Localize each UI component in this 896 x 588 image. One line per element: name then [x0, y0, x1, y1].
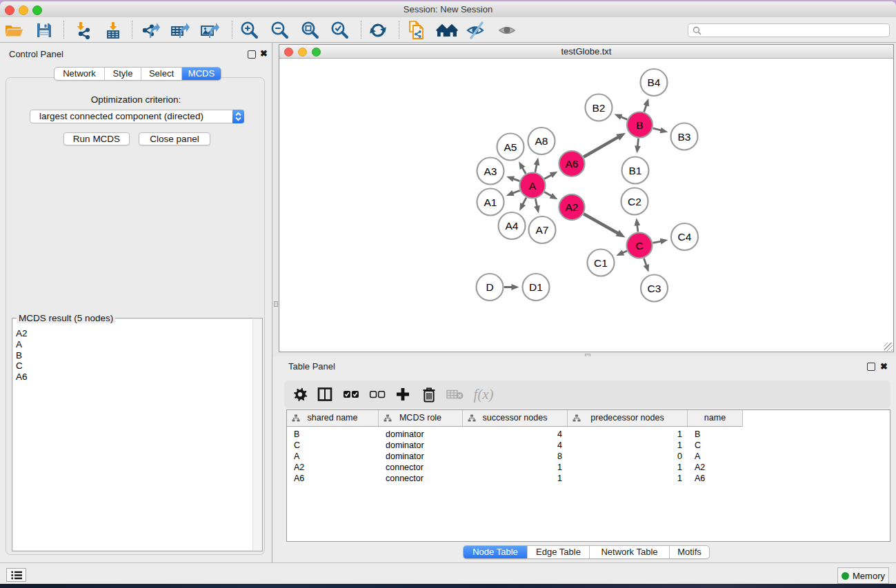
table-cell[interactable]: dominator	[386, 451, 424, 462]
main-toolbar	[0, 17, 896, 43]
table-cell[interactable]: connector	[386, 462, 424, 473]
delete-column-button[interactable]	[419, 384, 439, 405]
show-column-panel-button[interactable]	[315, 384, 335, 405]
export-image-button[interactable]	[199, 20, 221, 41]
import-table-button[interactable]	[102, 20, 124, 41]
function-builder-button[interactable]: f(x)	[470, 384, 497, 405]
open-file-button[interactable]	[3, 20, 25, 41]
export-table-button[interactable]	[169, 20, 191, 41]
table-options-button[interactable]	[290, 384, 310, 405]
create-column-button[interactable]	[392, 384, 413, 405]
hide-selected-button[interactable]	[466, 20, 488, 41]
table-cell[interactable]: 0	[568, 451, 682, 462]
import-network-button[interactable]	[72, 20, 94, 41]
new-network-from-selection-button[interactable]	[406, 20, 428, 41]
table-cell[interactable]: 1	[568, 429, 682, 440]
table-cell[interactable]: A2	[695, 462, 705, 473]
node-label-C2: C2	[628, 196, 641, 207]
edge-B-B3[interactable]	[653, 128, 662, 130]
table-cell[interactable]: 1	[463, 473, 562, 484]
edge-arrow-icon	[506, 176, 515, 181]
mcds-result-list[interactable]: A2ABCA6	[13, 319, 253, 550]
zoom-in-button[interactable]	[238, 20, 260, 41]
result-item[interactable]: A	[16, 339, 22, 349]
table-cell[interactable]: 1	[568, 473, 682, 484]
node-label-C: C	[635, 240, 643, 252]
result-scrollbar[interactable]	[252, 319, 261, 550]
edge-A6-B[interactable]	[584, 136, 619, 157]
network-canvas[interactable]: AA6A2BCA1A3A4A5A7A8B1B2B3B4C1C2C3C4DD1	[279, 59, 892, 351]
tab-network[interactable]: Network	[54, 68, 105, 80]
tab-select[interactable]: Select	[141, 68, 182, 80]
table-cell[interactable]: A2	[294, 462, 304, 473]
edge-A2-C[interactable]	[584, 214, 619, 234]
criterion-dropdown[interactable]: largest connected component (directed)	[30, 110, 244, 123]
table-panel-float-icon[interactable]	[867, 363, 875, 371]
first-neighbors-button[interactable]	[436, 20, 458, 41]
table-cell[interactable]: A	[294, 451, 299, 462]
memory-indicator[interactable]: Memory	[837, 567, 889, 584]
control-panel-close-icon[interactable]: ✖	[260, 49, 268, 59]
select-all-columns-button[interactable]	[341, 384, 361, 405]
trash-icon	[422, 387, 436, 403]
tab-motifs[interactable]: Motifs	[670, 546, 709, 558]
table-cell[interactable]: A6	[695, 473, 705, 484]
node-label-A5: A5	[504, 141, 517, 153]
column-header-shared-name[interactable]: shared name	[287, 410, 379, 427]
delete-table-button[interactable]	[445, 384, 466, 405]
control-panel-float-icon[interactable]	[248, 50, 256, 59]
task-history-button[interactable]	[6, 568, 26, 582]
table-cell[interactable]: 4	[463, 440, 562, 451]
column-header-successor-nodes[interactable]: successor nodes	[463, 410, 568, 427]
show-all-button[interactable]	[497, 20, 519, 41]
zoom-fit-button[interactable]	[299, 20, 321, 41]
table-cell[interactable]: 1	[463, 462, 562, 473]
table-toolbar: f(x)	[284, 381, 890, 408]
result-item[interactable]: B	[16, 350, 22, 361]
tab-edge-table[interactable]: Edge Table	[528, 546, 590, 558]
run-mcds-button[interactable]: Run MCDS	[63, 132, 130, 145]
table-cell[interactable]: B	[695, 429, 700, 440]
result-item[interactable]: A6	[16, 372, 28, 382]
result-item[interactable]: C	[16, 361, 23, 371]
table-cell[interactable]: 4	[463, 429, 562, 440]
table-cell[interactable]: 1	[568, 462, 682, 473]
export-network-button[interactable]	[139, 20, 161, 41]
apply-layout-button[interactable]	[367, 20, 389, 41]
close-panel-button[interactable]: Close panel	[139, 132, 210, 145]
table-cell[interactable]: C	[294, 440, 300, 451]
table-panel-close-icon[interactable]: ✖	[880, 362, 888, 372]
tab-node-table[interactable]: Node Table	[464, 546, 528, 558]
cytoscape-main-window: Session: New Session	[0, 1, 896, 584]
tab-style[interactable]: Style	[105, 68, 141, 80]
unselect-all-columns-button[interactable]	[367, 384, 388, 405]
node-table[interactable]: shared nameMCDS rolesuccessor nodesprede…	[286, 409, 890, 542]
table-cell[interactable]: dominator	[386, 440, 424, 451]
tab-mcds[interactable]: MCDS	[182, 68, 221, 80]
table-cell[interactable]: 8	[463, 451, 562, 462]
table-cell[interactable]: 1	[568, 440, 682, 451]
table-cell[interactable]: dominator	[386, 429, 424, 440]
delete-table-icon	[446, 389, 464, 400]
result-item[interactable]: A2	[16, 328, 28, 338]
table-cell[interactable]: A6	[294, 473, 304, 484]
edge-C-C4[interactable]	[653, 241, 661, 243]
save-session-button[interactable]	[33, 20, 55, 41]
column-header-MCDS-role[interactable]: MCDS role	[379, 410, 463, 427]
table-cell[interactable]: C	[695, 440, 701, 451]
window-resize-grip[interactable]	[884, 343, 893, 351]
search-input[interactable]	[688, 23, 890, 37]
zoom-out-button[interactable]	[268, 20, 290, 41]
splitter-grip[interactable]	[274, 301, 278, 307]
node-label-A1: A1	[484, 196, 497, 208]
table-cell[interactable]: A	[695, 451, 700, 462]
edge-arrow-icon	[519, 161, 525, 170]
table-cell[interactable]: connector	[386, 473, 424, 484]
table-cell[interactable]: B	[294, 429, 299, 440]
zoom-selected-button[interactable]	[328, 20, 350, 41]
column-header-predecessor-nodes[interactable]: predecessor nodes	[568, 410, 688, 427]
edge-arrow-icon	[550, 172, 558, 178]
column-header-name[interactable]: name	[688, 410, 743, 427]
desktop: Session: New Session	[0, 0, 896, 588]
tab-network-table[interactable]: Network Table	[590, 546, 670, 558]
